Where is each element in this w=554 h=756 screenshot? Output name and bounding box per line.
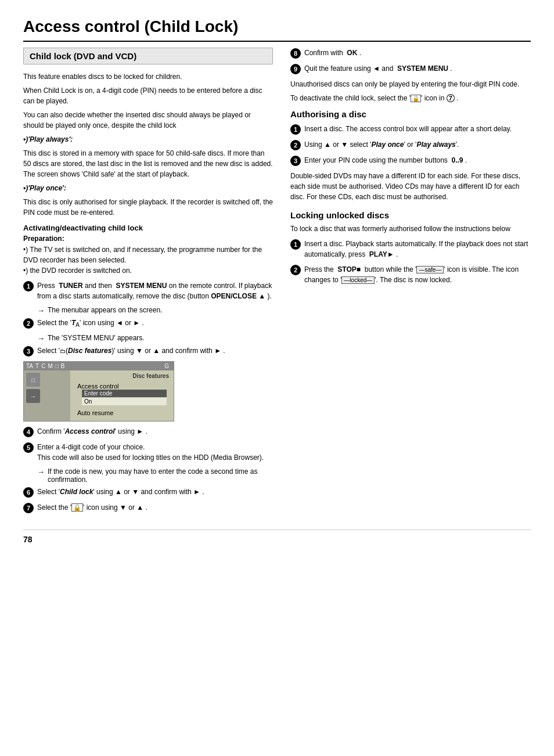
play-always-text: This disc is stored in a memory with spa…: [23, 148, 273, 179]
step-9: 9 Quit the feature using ◄ and SYSTEM ME…: [290, 63, 531, 74]
child-lock-section-header: Child lock (DVD and VCD): [23, 48, 273, 64]
page-title: Access control (Child Lock): [23, 17, 531, 42]
step-6-content: Select 'Child lock' using ▲ or ▼ and con…: [37, 487, 273, 497]
auth-step-num-2: 2: [290, 140, 301, 150]
menu-sub-enter-code: Enter code: [82, 390, 167, 397]
auth-step-2-content: Using ▲ or ▼ select 'Play once' or 'Play…: [304, 139, 531, 150]
auth-step-3: 3 Enter your PIN code using the number b…: [290, 155, 531, 166]
locking-step-num-2: 2: [290, 265, 301, 275]
step-num-1: 1: [23, 281, 34, 291]
auth-step-num-3: 3: [290, 156, 301, 166]
step-num-8: 8: [290, 48, 301, 59]
step-5: 5 Enter a 4-digit code of your choice. T…: [23, 442, 273, 463]
step-8-content: Confirm with OK .: [304, 48, 531, 58]
menu-screenshot: TATCM□BG □ → Disc features Access contro…: [23, 361, 174, 422]
step-num-2: 2: [23, 318, 34, 329]
left-column: Child lock (DVD and VCD) This feature en…: [23, 48, 273, 518]
step-num-9: 9: [290, 64, 301, 74]
menu-body: □ → Disc features Access control Enter c…: [24, 370, 174, 421]
locking-title: Locking unlocked discs: [290, 210, 531, 220]
prep-label: Preparation:: [23, 235, 273, 243]
authorising-title: Authorising a disc: [290, 109, 531, 119]
step-4-content: Confirm 'Access control' using ► .: [37, 426, 273, 437]
auth-note: Double-sided DVDs may have a different I…: [290, 171, 531, 202]
step-1: 1 Press TUNER and then SYSTEM MENU on th…: [23, 280, 273, 301]
menu-right-panel: Disc features Access control Enter code …: [70, 370, 174, 421]
menu-sub-panel: Enter code On: [82, 390, 167, 405]
locking-step-2: 2 Press the STOP■ button while the '—saf…: [290, 264, 531, 285]
auth-step-1-content: Insert a disc. The access control box wi…: [304, 124, 531, 134]
intro-p2: When Child Lock is on, a 4-digit code (P…: [23, 85, 273, 106]
locking-step-1-content: Insert a disc. Playback starts automatic…: [304, 239, 531, 260]
step-5-content: Enter a 4-digit code of your choice. Thi…: [37, 442, 273, 463]
step-1-arrow: The menubar appears on the screen.: [37, 306, 273, 315]
menu-right-title: Disc features: [75, 373, 169, 379]
menu-item-auto-resume: Auto resume: [75, 408, 169, 417]
page-number: 78: [23, 535, 33, 544]
right-column: 8 Confirm with OK . 9 Quit the feature u…: [290, 48, 531, 518]
step-3: 3 Select '🗀(Disc features)' using ▼ or ▲…: [23, 345, 273, 357]
step-6: 6 Select 'Child lock' using ▲ or ▼ and c…: [23, 487, 273, 498]
step-num-7: 7: [23, 503, 34, 513]
step-num-3: 3: [23, 346, 34, 357]
step-8: 8 Confirm with OK .: [290, 48, 531, 59]
step-num-6: 6: [23, 487, 34, 498]
auth-step-num-1: 1: [290, 124, 301, 135]
note-2: To deactivate the child lock, select the…: [290, 93, 531, 103]
play-once-label: •)'Play once':: [23, 183, 273, 193]
step-4: 4 Confirm 'Access control' using ► .: [23, 426, 273, 437]
step-7-content: Select the '🔒' icon using ▼ or ▲ .: [37, 502, 273, 513]
menu-left-panel: □ →: [24, 370, 70, 421]
step-num-4: 4: [23, 427, 34, 437]
menu-item-access-control: Access control Enter code On: [75, 381, 169, 407]
notes-section: Unauthorised discs can only be played by…: [290, 79, 531, 103]
activating-title: Activating/deactivating child lock: [23, 224, 273, 232]
locking-step-num-1: 1: [290, 239, 301, 250]
menu-sub-on: On: [82, 398, 167, 405]
step-num-5: 5: [23, 442, 34, 453]
prep-items: •) The TV set is switched on, and if nec…: [23, 244, 273, 276]
step-1-content: Press TUNER and then SYSTEM MENU on the …: [37, 280, 273, 301]
child-lock-section-title: Child lock (DVD and VCD): [30, 51, 267, 61]
step-5-arrow: If the code is new, you may have to ente…: [37, 467, 273, 484]
step-2-arrow: The 'SYSTEM MENU' appears.: [37, 334, 273, 343]
play-once-text: This disc is only authorised for single …: [23, 197, 273, 218]
menu-icon-2: →: [26, 389, 40, 403]
menu-top-bar: TATCM□BG: [24, 362, 174, 370]
auth-step-2: 2 Using ▲ or ▼ select 'Play once' or 'Pl…: [290, 139, 531, 150]
locking-step-1: 1 Insert a disc. Playback starts automat…: [290, 239, 531, 260]
intro-p3: You can also decide whether the inserted…: [23, 110, 273, 131]
note-1: Unauthorised discs can only be played by…: [290, 79, 531, 89]
intro-p1: This feature enables discs to be locked …: [23, 71, 273, 82]
locking-intro: To lock a disc that was formerly authori…: [290, 224, 531, 234]
menu-icon-1: □: [26, 373, 40, 387]
auth-step-3-content: Enter your PIN code using the number but…: [304, 155, 531, 165]
step-2-content: Select the 'TA' icon using ◄ or ► .: [37, 318, 273, 329]
step-3-content: Select '🗀(Disc features)' using ▼ or ▲ a…: [37, 345, 273, 356]
locking-step-2-content: Press the STOP■ button while the '—safe—…: [304, 264, 531, 285]
play-always-label: •)'Play always':: [23, 134, 273, 145]
auth-step-1: 1 Insert a disc. The access control box …: [290, 124, 531, 135]
step-9-content: Quit the feature using ◄ and SYSTEM MENU…: [304, 63, 531, 74]
step-7: 7 Select the '🔒' icon using ▼ or ▲ .: [23, 502, 273, 513]
step-2: 2 Select the 'TA' icon using ◄ or ► .: [23, 318, 273, 329]
